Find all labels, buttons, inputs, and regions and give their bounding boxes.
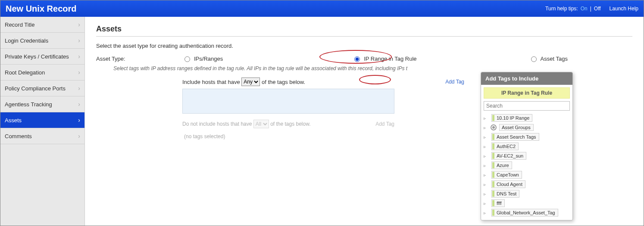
help-tips-off[interactable]: Off (594, 6, 601, 12)
page-subtitle: Select the asset type for creating authe… (96, 43, 632, 49)
popup-tag-item[interactable]: ▹Cloud Agent (484, 180, 570, 189)
popup-tag-item[interactable]: ▹Asset Groups (484, 123, 570, 132)
expand-icon[interactable]: ▹ (484, 163, 489, 168)
exclude-prefix: Do not include hosts that have (182, 121, 252, 127)
popup-tag-list[interactable]: ▹10.10 IP Range ▹Asset Groups ▹Asset Sea… (481, 113, 572, 220)
expand-icon[interactable]: ▹ (484, 116, 489, 121)
popup-search-input[interactable] (484, 101, 570, 111)
include-suffix: of the tags below. (262, 79, 305, 85)
popup-subtitle: IP Range in Tag Rule (484, 87, 570, 99)
chevron-right-icon (78, 69, 80, 76)
sidebar-item-record-title[interactable]: Record Title (0, 17, 84, 33)
popup-tag-item[interactable]: ▹Azure (484, 161, 570, 170)
chevron-right-icon (78, 85, 80, 92)
chevron-right-icon (78, 101, 80, 108)
expand-icon[interactable]: ▹ (484, 125, 489, 130)
expand-icon[interactable]: ▹ (484, 201, 489, 206)
radio-ips-ranges-input[interactable] (184, 56, 190, 62)
expand-icon[interactable]: ▹ (484, 173, 489, 177)
expand-icon[interactable]: ▹ (484, 135, 489, 139)
popup-tag-item[interactable]: ▹Asset Search Tags (484, 132, 570, 142)
expand-icon[interactable]: ▹ (484, 211, 489, 215)
chevron-right-icon (78, 133, 80, 139)
expand-icon[interactable]: ▹ (484, 154, 489, 158)
title-bar: New Unix Record Turn help tips: On | Off… (0, 0, 644, 17)
sidebar: Record Title Login Credentials Private K… (0, 17, 85, 226)
exclude-match-select: All (253, 120, 269, 128)
target-icon (491, 124, 497, 130)
popup-title: Add Tags to Include (481, 72, 572, 85)
radio-ip-range-tag-rule-input[interactable] (354, 56, 360, 62)
sidebar-item-agentless-tracking[interactable]: Agentless Tracking (0, 96, 84, 112)
asset-type-label: Asset Type: (96, 56, 182, 62)
radio-asset-tags-input[interactable] (531, 56, 537, 62)
include-match-select[interactable]: Any (241, 77, 260, 86)
popup-tag-item[interactable]: ▹AV-EC2_sun (484, 151, 570, 161)
sidebar-item-comments[interactable]: Comments (0, 128, 84, 144)
add-tag-link[interactable]: Add Tag (445, 79, 464, 85)
popup-tag-item[interactable]: ▹ffff (484, 198, 570, 208)
expand-icon[interactable]: ▹ (484, 144, 489, 149)
popup-tag-item[interactable]: ▹10.10 IP Range (484, 113, 570, 123)
sidebar-item-assets[interactable]: Assets (0, 112, 84, 128)
sidebar-item-login-credentials[interactable]: Login Credentials (0, 33, 84, 49)
main-panel: Assets Select the asset type for creatin… (85, 17, 644, 226)
radio-asset-tags[interactable]: Asset Tags (529, 55, 568, 62)
expand-icon[interactable]: ▹ (484, 192, 489, 196)
chevron-right-icon (78, 21, 80, 28)
sidebar-item-policy-compliance[interactable]: Policy Compliance Ports (0, 80, 84, 96)
help-tips-label: Turn help tips: (545, 6, 578, 12)
help-tips-on[interactable]: On (581, 6, 588, 12)
chevron-right-icon (78, 117, 80, 124)
asset-type-hint: Select tags with IP address ranges defin… (113, 65, 632, 71)
popup-tag-item[interactable]: ▹AuthEC2 (484, 142, 570, 151)
chevron-right-icon (78, 53, 80, 60)
sidebar-item-private-keys[interactable]: Private Keys / Certificates (0, 49, 84, 65)
popup-tag-item[interactable]: ▹Global_Network_Asset_Tag (484, 208, 570, 217)
no-tags-selected: (no tags selected) (182, 128, 394, 145)
include-prefix: Include hosts that have (182, 79, 240, 85)
chevron-right-icon (78, 37, 80, 44)
exclude-add-tag-link: Add Tag (375, 121, 394, 127)
sidebar-item-root-delegation[interactable]: Root Delegation (0, 65, 84, 80)
radio-ips-ranges[interactable]: IPs/Ranges (182, 55, 223, 62)
popup-tag-item[interactable]: ▹CapeTown (484, 170, 570, 180)
window-title: New Unix Record (6, 4, 76, 14)
radio-ip-range-tag-rule[interactable]: IP Range in Tag Rule (352, 55, 416, 62)
expand-icon[interactable]: ▹ (484, 182, 489, 187)
exclude-suffix: of the tags below. (270, 121, 310, 127)
included-tags-box[interactable] (182, 89, 394, 114)
page-heading: Assets (96, 25, 632, 34)
launch-help-link[interactable]: Launch Help (610, 6, 638, 12)
popup-tag-item[interactable]: ▹DNS Test (484, 189, 570, 198)
add-tags-popup: Add Tags to Include IP Range in Tag Rule… (481, 72, 573, 220)
